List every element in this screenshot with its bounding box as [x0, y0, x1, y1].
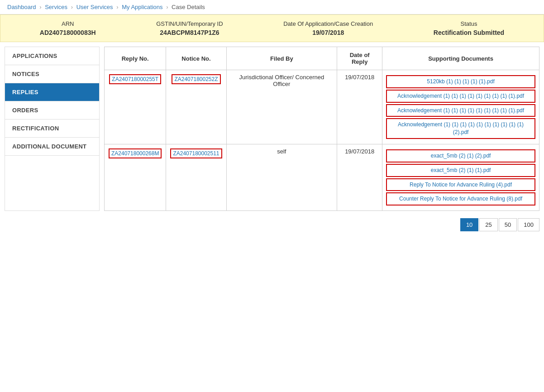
col-filed-by: Filed By [226, 47, 337, 70]
docs-1: 5120kb (1) (1) (1) (1) (1).pdf Acknowled… [382, 70, 539, 144]
col-reply-no: Reply No. [105, 47, 166, 70]
sidebar-item-additional-document[interactable]: ADDITIONAL DOCUMENT [5, 138, 99, 156]
notice-no-1: ZA24071800252Z [166, 70, 226, 144]
reply-no-link-1[interactable]: ZA240718000255T [109, 74, 161, 84]
notice-no-2: ZA2407180002511 [166, 144, 226, 210]
doc-link-2-2[interactable]: exact_5mb (2) (1) (1).pdf [386, 164, 535, 177]
header-gstin: GSTIN/UIN/Temporary ID 24ABCPM8147P1Z6 [156, 20, 223, 36]
page-btn-25[interactable]: 25 [479, 218, 497, 231]
breadcrumb-case-details: Case Details [172, 4, 205, 10]
header-date: Date Of Application/Case Creation 19/07/… [283, 20, 373, 36]
notice-no-link-2[interactable]: ZA2407180002511 [170, 148, 222, 158]
breadcrumb-sep-3: › [116, 4, 118, 10]
doc-link-2-1[interactable]: exact_5mb (2) (1) (2).pdf [386, 149, 535, 163]
header-status-label: Status [434, 20, 504, 27]
breadcrumb-sep-4: › [166, 4, 168, 10]
header-arn-value: AD240718000083H [40, 29, 96, 36]
reply-no-2: ZA240718000268M [105, 144, 166, 210]
breadcrumb-user-services[interactable]: User Services [76, 4, 113, 10]
table-row: ZA240718000255T ZA24071800252Z Jurisdict… [105, 70, 539, 144]
sidebar-item-notices[interactable]: NOTICES [5, 65, 99, 83]
header-status-value: Rectification Submitted [434, 29, 504, 36]
header-gstin-label: GSTIN/UIN/Temporary ID [156, 20, 223, 27]
doc-link-2-4[interactable]: Counter Reply To Notice for Advance Ruli… [386, 192, 535, 206]
page-btn-10[interactable]: 10 [460, 218, 478, 231]
reply-no-link-2[interactable]: ZA240718000268M [109, 148, 162, 158]
filed-by-2: self [226, 144, 337, 210]
date-of-reply-1: 19/07/2018 [337, 70, 382, 144]
sidebar-item-applications[interactable]: APPLICATIONS [5, 47, 99, 65]
col-notice-no: Notice No. [166, 47, 226, 70]
notice-no-link-1[interactable]: ZA24071800252Z [172, 74, 220, 84]
header-arn-label: ARN [40, 20, 96, 27]
docs-2: exact_5mb (2) (1) (2).pdf exact_5mb (2) … [382, 144, 539, 210]
col-supporting-docs: Supporting Documents [382, 47, 539, 70]
header-date-label: Date Of Application/Case Creation [283, 20, 373, 27]
page-btn-50[interactable]: 50 [499, 218, 517, 231]
doc-link-2-3[interactable]: Reply To Notice for Advance Ruling (4).p… [386, 178, 535, 191]
doc-link-1-1[interactable]: 5120kb (1) (1) (1) (1) (1).pdf [386, 75, 535, 88]
pagination: 10 25 50 100 [5, 218, 539, 231]
filed-by-1: Jurisdictional Officer/ Concerned Office… [226, 70, 337, 144]
header-arn: ARN AD240718000083H [40, 20, 96, 36]
breadcrumb-dashboard[interactable]: Dashboard [7, 4, 36, 10]
replies-table: Reply No. Notice No. Filed By Date of Re… [104, 47, 539, 211]
header-gstin-value: 24ABCPM8147P1Z6 [156, 29, 223, 36]
sidebar-item-rectification[interactable]: RECTIFICATION [5, 120, 99, 138]
doc-link-1-4[interactable]: Acknowledgement (1) (1) (1) (1) (1) (1) … [386, 118, 535, 139]
page-btn-100[interactable]: 100 [518, 218, 539, 231]
table-row: ZA240718000268M ZA2407180002511 self 19/… [105, 144, 539, 210]
header-bar: ARN AD240718000083H GSTIN/UIN/Temporary … [0, 14, 544, 42]
breadcrumb-services[interactable]: Services [45, 4, 67, 10]
main-layout: APPLICATIONS NOTICES REPLIES ORDERS RECT… [0, 47, 544, 211]
breadcrumb-sep-2: › [71, 4, 73, 10]
header-status: Status Rectification Submitted [434, 20, 504, 36]
header-date-value: 19/07/2018 [283, 29, 373, 36]
sidebar: APPLICATIONS NOTICES REPLIES ORDERS RECT… [5, 47, 100, 211]
breadcrumb-sep-1: › [39, 4, 41, 10]
doc-link-1-3[interactable]: Acknowledgement (1) (1) (1) (1) (1) (1) … [386, 104, 535, 117]
reply-no-1: ZA240718000255T [105, 70, 166, 144]
breadcrumb: Dashboard › Services › User Services › M… [0, 0, 544, 14]
sidebar-item-orders[interactable]: ORDERS [5, 101, 99, 120]
table-area: Reply No. Notice No. Filed By Date of Re… [104, 47, 539, 211]
breadcrumb-my-applications[interactable]: My Applications [122, 4, 162, 10]
sidebar-item-replies[interactable]: REPLIES [5, 83, 99, 101]
col-date-of-reply: Date of Reply [337, 47, 382, 70]
doc-link-1-2[interactable]: Acknowledgement (1) (1) (1) (1) (1) (1) … [386, 90, 535, 103]
date-of-reply-2: 19/07/2018 [337, 144, 382, 210]
